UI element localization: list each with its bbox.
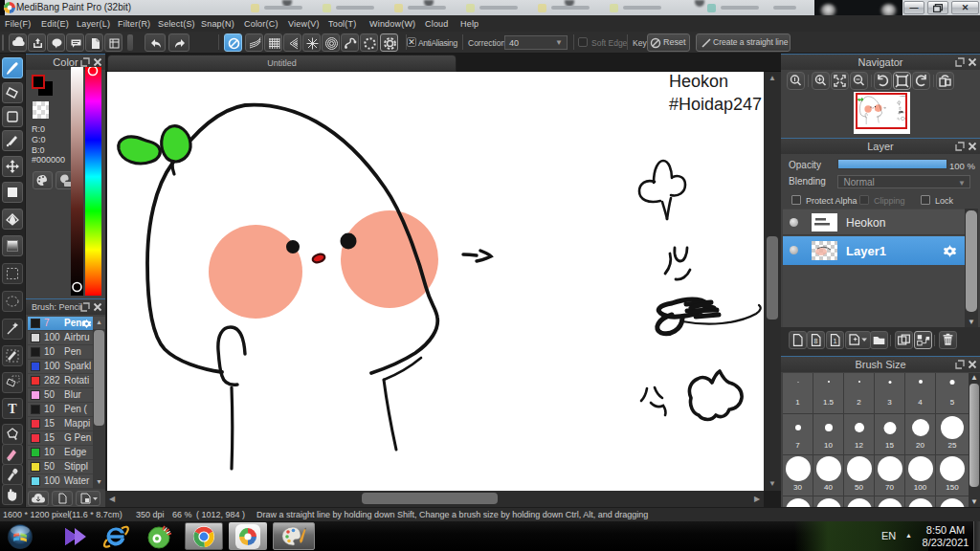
svg-text:8: 8 [814,338,818,345]
svg-text:1: 1 [834,338,837,345]
svg-text:T: T [8,402,17,416]
